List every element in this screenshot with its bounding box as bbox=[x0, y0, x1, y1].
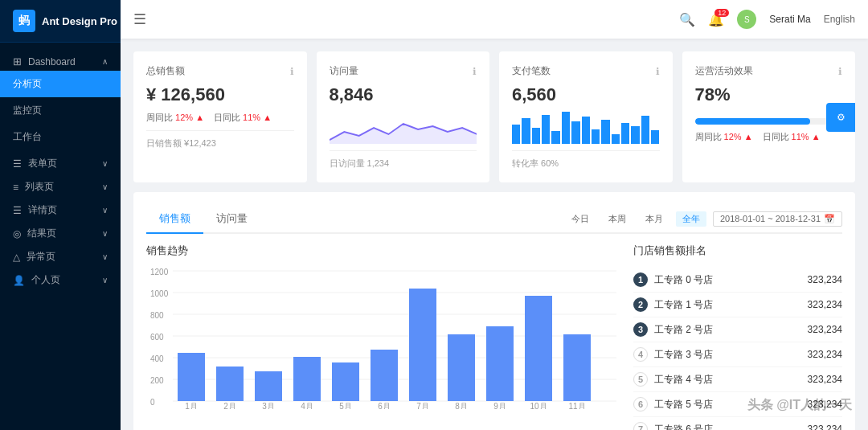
bell-icon[interactable]: 🔔 12 bbox=[708, 12, 724, 27]
logo-text: Ant Design Pro bbox=[42, 15, 117, 27]
forms-label: 表单页 bbox=[28, 157, 57, 170]
stat-card-sales-change: 周同比 12% ▲ 日同比 11% ▲ bbox=[146, 112, 294, 124]
ranking-item-5: 5 工专路 4 号店 323,234 bbox=[633, 367, 842, 392]
svg-text:9月: 9月 bbox=[493, 402, 506, 409]
bell-badge: 12 bbox=[714, 9, 729, 17]
username[interactable]: Serati Ma bbox=[769, 14, 810, 25]
ranking-item-2: 2 工专路 1 号店 323,234 bbox=[633, 293, 842, 317]
ranking-value-2: 323,234 bbox=[808, 299, 842, 310]
stat-card-payments-footer: 转化率 60% bbox=[512, 150, 660, 170]
stat-card-operations: 运营活动效果 ℹ 78% 周同比 12% ▲ 日同比 11% ▲ ⚙ bbox=[682, 51, 856, 182]
logo-icon: 蚂 bbox=[13, 10, 35, 32]
ranking-name-4: 工专路 3 号店 bbox=[654, 348, 808, 362]
ops-progress-bar bbox=[695, 118, 843, 125]
ranking-num-7: 7 bbox=[633, 422, 648, 430]
chevron-down-icon-6: ∨ bbox=[102, 276, 108, 285]
tab-visits[interactable]: 访问量 bbox=[203, 205, 260, 234]
ranking-name-7: 工专路 6 号店 bbox=[654, 423, 808, 431]
dashboard-icon: ⊞ bbox=[13, 55, 22, 68]
chevron-down-icon-1: ∨ bbox=[102, 159, 108, 168]
ranking-title: 门店销售额排名 bbox=[633, 244, 842, 258]
search-icon[interactable]: 🔍 bbox=[679, 12, 695, 27]
ranking-item-6: 6 工专路 5 号店 323,234 bbox=[633, 392, 842, 417]
info-icon-4[interactable]: ℹ bbox=[838, 66, 842, 77]
sidebar: 蚂 Ant Design Pro ⊞ Dashboard ∧ 分析页 监控页 工… bbox=[0, 0, 121, 430]
svg-text:7月: 7月 bbox=[416, 402, 429, 409]
chart-filter-row: 今日 本周 本月 全年 2018-01-01 ~ 2018-12-31 📅 bbox=[565, 211, 842, 227]
svg-text:4月: 4月 bbox=[301, 402, 313, 409]
stat-cards-row: 总销售额 ℹ ¥ 126,560 周同比 12% ▲ 日同比 11% ▲ 日销售… bbox=[133, 51, 855, 182]
settings-button[interactable]: ⚙ bbox=[826, 103, 855, 132]
exception-label: 异常页 bbox=[27, 250, 55, 264]
stat-card-payments-title: 支付笔数 ℹ bbox=[512, 64, 660, 78]
svg-text:400: 400 bbox=[150, 354, 164, 363]
sidebar-group-list[interactable]: ≡ 列表页 ∨ bbox=[0, 174, 121, 197]
bar-chart-title: 销售趋势 bbox=[146, 244, 620, 258]
ranking-value-6: 323,234 bbox=[808, 399, 842, 410]
profile-icon: 👤 bbox=[13, 275, 25, 286]
header-right: 🔍 🔔 12 S Serati Ma English bbox=[679, 10, 855, 29]
menu-toggle-icon[interactable]: ☰ bbox=[133, 10, 146, 28]
sidebar-item-monitor[interactable]: 监控页 bbox=[0, 97, 121, 124]
workspace-label: 工作台 bbox=[13, 130, 42, 144]
svg-text:10月: 10月 bbox=[530, 402, 547, 409]
chevron-down-icon-4: ∨ bbox=[102, 229, 108, 238]
sidebar-item-analysis[interactable]: 分析页 bbox=[0, 71, 121, 97]
chevron-up-icon: ∧ bbox=[102, 57, 108, 66]
visits-mini-chart bbox=[330, 112, 477, 144]
ranking-num-2: 2 bbox=[633, 297, 648, 312]
svg-text:800: 800 bbox=[150, 311, 164, 320]
language-selector[interactable]: English bbox=[824, 14, 855, 25]
ranking-name-2: 工专路 1 号店 bbox=[654, 298, 808, 312]
stat-card-visits-title: 访问量 ℹ bbox=[330, 64, 477, 78]
tab-sales[interactable]: 销售额 bbox=[146, 205, 203, 234]
ranking-value-4: 323,234 bbox=[808, 349, 842, 360]
sidebar-group-result[interactable]: ◎ 结果页 ∨ bbox=[0, 220, 121, 244]
sidebar-group-dashboard[interactable]: ⊞ Dashboard ∧ bbox=[0, 49, 121, 71]
ranking-value-5: 323,234 bbox=[808, 374, 842, 385]
stat-card-visits-footer: 日访问量 1,234 bbox=[330, 150, 477, 170]
ranking-name-6: 工专路 5 号店 bbox=[654, 398, 808, 412]
calendar-icon: 📅 bbox=[824, 214, 835, 224]
sidebar-group-forms[interactable]: ☰ 表单页 ∨ bbox=[0, 150, 121, 174]
filter-month[interactable]: 本月 bbox=[639, 211, 669, 227]
info-icon-2[interactable]: ℹ bbox=[473, 66, 477, 77]
bar-apr bbox=[293, 357, 321, 401]
payments-mini-bar-chart bbox=[512, 112, 660, 144]
svg-text:1200: 1200 bbox=[150, 268, 169, 276]
filter-week[interactable]: 本周 bbox=[602, 211, 633, 227]
monitor-label: 监控页 bbox=[13, 104, 42, 117]
stat-card-ops-title: 运营活动效果 ℹ bbox=[695, 64, 843, 78]
header: ☰ 🔍 🔔 12 S Serati Ma English bbox=[121, 0, 868, 39]
date-range-picker[interactable]: 2018-01-01 ~ 2018-12-31 📅 bbox=[713, 211, 842, 227]
bar-mar bbox=[255, 371, 282, 401]
bar-sep bbox=[486, 326, 514, 401]
stat-card-payments-value: 6,560 bbox=[512, 84, 660, 105]
sidebar-item-workspace[interactable]: 工作台 bbox=[0, 124, 121, 150]
stat-card-visits: 访问量 ℹ 8,846 日访问量 1,234 bbox=[317, 51, 490, 182]
ranking-num-3: 3 bbox=[633, 322, 648, 337]
filter-year[interactable]: 全年 bbox=[676, 211, 706, 227]
result-label: 结果页 bbox=[27, 227, 56, 240]
ranking-num-1: 1 bbox=[633, 272, 648, 287]
ranking-name-1: 工专路 0 号店 bbox=[654, 273, 808, 287]
ranking-value-3: 323,234 bbox=[808, 324, 842, 335]
info-icon-3[interactable]: ℹ bbox=[656, 66, 660, 77]
ranking-item-3: 3 工专路 2 号店 323,234 bbox=[633, 317, 842, 342]
svg-text:1000: 1000 bbox=[150, 289, 169, 298]
sidebar-group-profile[interactable]: 👤 个人页 ∨ bbox=[0, 267, 121, 290]
sidebar-group-exception[interactable]: △ 异常页 ∨ bbox=[0, 244, 121, 267]
ranking-item-1: 1 工专路 0 号店 323,234 bbox=[633, 268, 842, 293]
filter-today[interactable]: 今日 bbox=[565, 211, 596, 227]
chart-tabs: 销售额 访问量 今日 本周 本月 全年 2018-01-01 ~ 2018-12… bbox=[146, 205, 842, 234]
detail-label: 详情页 bbox=[28, 203, 57, 217]
svg-text:2月: 2月 bbox=[223, 402, 236, 409]
stat-card-ops-change: 周同比 12% ▲ 日同比 11% ▲ bbox=[695, 131, 843, 143]
ranking-panel: 门店销售额排名 1 工专路 0 号店 323,234 2 工专路 1 号店 32… bbox=[633, 244, 842, 430]
sidebar-group-detail[interactable]: ☰ 详情页 ∨ bbox=[0, 197, 121, 220]
list-icon: ≡ bbox=[13, 182, 18, 193]
ranking-num-5: 5 bbox=[633, 372, 648, 387]
ranking-item-7: 7 工专路 6 号店 323,234 bbox=[633, 417, 842, 430]
info-icon-1[interactable]: ℹ bbox=[290, 66, 294, 77]
ranking-list: 1 工专路 0 号店 323,234 2 工专路 1 号店 323,234 3 … bbox=[633, 268, 842, 430]
